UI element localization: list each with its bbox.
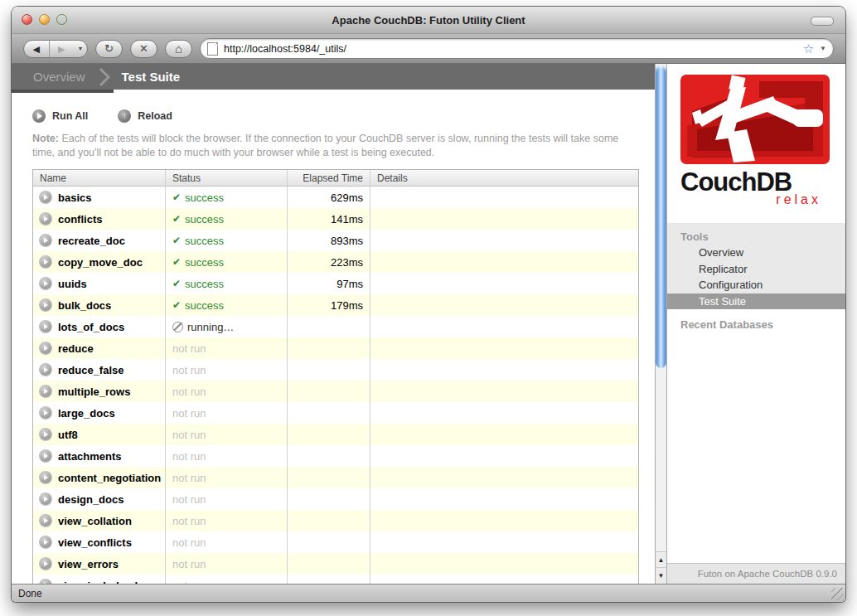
reload-page-button[interactable]: ↻: [95, 40, 123, 58]
run-test-icon[interactable]: [40, 536, 51, 548]
test-details-cell: [370, 230, 638, 251]
sidebar-item-overview[interactable]: Overview: [667, 245, 845, 261]
test-name-cell[interactable]: copy_move_doc: [33, 251, 165, 273]
forward-button[interactable]: ▶: [50, 41, 75, 57]
test-name-cell[interactable]: reduce: [33, 337, 165, 359]
test-name-cell[interactable]: multiple_rows: [33, 381, 165, 402]
test-name-cell[interactable]: view_conflicts: [33, 531, 165, 553]
table-row[interactable]: basics ✔success 629ms: [33, 187, 638, 208]
run-test-icon[interactable]: [40, 386, 51, 397]
test-name-cell[interactable]: reduce_false: [33, 359, 165, 381]
table-row[interactable]: content_negotiation not run: [33, 467, 638, 488]
test-name-cell[interactable]: content_negotiation: [33, 467, 165, 488]
run-test-icon[interactable]: [40, 256, 51, 268]
run-test-icon[interactable]: [40, 429, 51, 440]
table-row[interactable]: lots_of_docs running…: [33, 316, 638, 337]
test-details-cell: [370, 294, 638, 316]
test-name-cell[interactable]: large_docs: [33, 402, 165, 424]
table-row[interactable]: reduce not run: [33, 337, 638, 359]
run-test-icon[interactable]: [40, 213, 51, 225]
couchdb-logo[interactable]: CouchDB relax: [680, 75, 830, 207]
table-row[interactable]: copy_move_doc ✔success 223ms: [33, 251, 638, 273]
table-row[interactable]: design_docs not run: [33, 488, 638, 510]
home-button[interactable]: ⌂: [165, 40, 192, 58]
resize-grip[interactable]: [831, 588, 844, 600]
test-name-cell[interactable]: view_include_docs: [33, 575, 165, 584]
vertical-scrollbar[interactable]: ▲ ▼: [655, 64, 667, 584]
sidebar-item-configuration[interactable]: Configuration: [667, 277, 845, 293]
table-row[interactable]: view_errors not run: [33, 553, 638, 575]
toolbar-toggle-pill[interactable]: [811, 17, 834, 26]
url-text[interactable]: http://localhost:5984/_utils/: [224, 43, 797, 55]
run-test-icon[interactable]: [40, 321, 51, 332]
scrollbar-thumb[interactable]: [656, 65, 666, 368]
breadcrumb-overview-link[interactable]: Overview: [33, 70, 85, 84]
test-name-cell[interactable]: design_docs: [33, 488, 165, 510]
run-test-icon[interactable]: [40, 192, 51, 203]
run-test-icon[interactable]: [40, 299, 51, 311]
screenshot-stage: Apache CouchDB: Futon Utility Client ◀ ▶…: [0, 0, 857, 616]
run-test-icon[interactable]: [40, 450, 51, 462]
test-name-cell[interactable]: view_collation: [33, 510, 165, 531]
run-test-icon[interactable]: [40, 558, 51, 570]
table-row[interactable]: view_collation not run: [33, 510, 638, 531]
stop-button[interactable]: ✕: [130, 40, 157, 58]
table-row[interactable]: multiple_rows not run: [33, 381, 638, 402]
content-area: Overview Test Suite Run All ↑: [12, 64, 845, 584]
scroll-up-button[interactable]: ▲: [656, 552, 666, 568]
test-elapsed-cell: 179ms: [287, 294, 370, 316]
run-test-icon[interactable]: [40, 235, 51, 246]
run-test-icon[interactable]: [40, 364, 51, 376]
status-label: not run: [172, 450, 206, 463]
test-status-cell: not run: [165, 531, 287, 553]
table-row[interactable]: reduce_false not run: [33, 359, 638, 381]
run-test-icon[interactable]: [40, 342, 51, 354]
run-test-icon[interactable]: [40, 493, 51, 505]
status-label: not run: [172, 342, 206, 355]
table-row[interactable]: uuids ✔success 97ms: [33, 273, 638, 294]
test-name: content_negotiation: [58, 472, 161, 484]
history-dropdown-icon[interactable]: ▼: [74, 41, 87, 57]
table-row[interactable]: bulk_docs ✔success 179ms: [33, 294, 638, 316]
test-name-cell[interactable]: attachments: [33, 445, 165, 467]
test-name-cell[interactable]: bulk_docs: [33, 294, 165, 316]
test-name-cell[interactable]: utf8: [33, 424, 165, 445]
table-row[interactable]: large_docs not run: [33, 402, 638, 424]
test-name-cell[interactable]: basics: [33, 187, 165, 208]
test-name: multiple_rows: [58, 386, 130, 398]
run-test-icon[interactable]: [40, 278, 51, 289]
run-test-icon[interactable]: [40, 515, 51, 526]
bookmark-star-icon[interactable]: ☆: [803, 42, 814, 55]
zoom-window-button[interactable]: [56, 14, 67, 25]
table-row[interactable]: view_conflicts not run: [33, 531, 638, 553]
test-name-cell[interactable]: conflicts: [33, 208, 165, 230]
close-window-button[interactable]: [22, 14, 32, 25]
test-name-cell[interactable]: view_errors: [33, 553, 165, 575]
sidebar-item-replicator[interactable]: Replicator: [667, 261, 845, 278]
test-name-cell[interactable]: uuids: [33, 273, 165, 294]
breadcrumb-current-page: Test Suite: [122, 70, 181, 84]
scroll-down-button[interactable]: ▼: [656, 568, 666, 583]
table-row[interactable]: utf8 not run: [33, 424, 638, 445]
main-pane: Overview Test Suite Run All ↑: [12, 64, 655, 584]
run-test-icon[interactable]: [40, 472, 51, 483]
run-test-icon[interactable]: [40, 407, 51, 419]
reload-tests-button[interactable]: ↑ Reload: [118, 109, 172, 123]
table-row[interactable]: recreate_doc ✔success 893ms: [33, 230, 638, 251]
test-name-cell[interactable]: recreate_doc: [33, 230, 165, 251]
table-header-row: Name Status Elapsed Time Details: [33, 170, 638, 187]
test-elapsed-cell: [287, 402, 370, 424]
back-button[interactable]: ◀: [24, 41, 50, 57]
address-bar[interactable]: http://localhost:5984/_utils/ ☆ ▼: [200, 38, 834, 59]
test-name: design_docs: [58, 493, 123, 506]
test-details-cell: [370, 337, 638, 359]
url-dropdown-icon[interactable]: ▼: [820, 45, 826, 52]
table-row[interactable]: conflicts ✔success 141ms: [33, 208, 638, 230]
table-row[interactable]: attachments not run: [33, 445, 638, 467]
table-row[interactable]: view_include_docs not run: [33, 575, 638, 584]
sidebar-item-test-suite[interactable]: Test Suite: [667, 293, 845, 310]
test-name-cell[interactable]: lots_of_docs: [33, 316, 165, 337]
run-all-button[interactable]: Run All: [32, 109, 88, 123]
minimize-window-button[interactable]: [39, 14, 50, 25]
test-elapsed-cell: [287, 531, 370, 553]
